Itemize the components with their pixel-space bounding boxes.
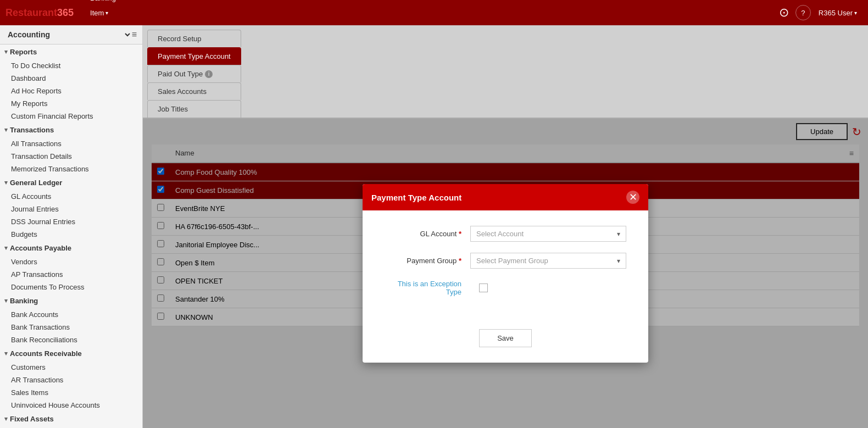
user-menu[interactable]: R365 User ▾ [813,5,863,20]
payment-group-placeholder: Select Payment Group [476,257,548,265]
nav-label-item: Item [90,9,104,17]
brand-name-part2: 365 [57,7,74,18]
sidebar-item-ar-transactions[interactable]: AR Transactions [0,374,142,386]
sidebar-section-transactions[interactable]: Transactions [0,123,142,137]
top-nav: Restaurant365 Vendor▾Account▾Customer▾Ba… [0,0,868,25]
nav-item-banking[interactable]: Banking▾ [85,0,137,5]
main-content: Record SetupPayment Type AccountPaid Out… [143,25,868,428]
tab-record-setup[interactable]: Record Setup [147,30,241,47]
module-selector[interactable]: Accounting [5,30,132,40]
modal-footer: Save [363,325,648,363]
tab-label-paid-out-type: Paid Out Type [158,70,203,78]
tab-label-job-titles: Job Titles [158,105,188,113]
sidebar-item-uninvoiced-house-accounts[interactable]: Uninvoiced House Accounts [0,399,142,412]
sidebar-item-documents-to-process[interactable]: Documents To Process [0,281,142,293]
modal-title: Payment Type Account [371,193,461,202]
content-area: Update ↻ Name ≡ Comp Food [143,119,868,428]
sidebar-item-dashboard[interactable]: Dashboard [0,72,142,85]
sidebar-item-ap-transactions[interactable]: AP Transactions [0,268,142,281]
sidebar-item-custom-financial-reports[interactable]: Custom Financial Reports [0,110,142,123]
sidebar-item-memorized-transactions[interactable]: Memorized Transactions [0,163,142,175]
user-menu-arrow: ▾ [854,10,857,16]
help-menu[interactable]: ? [795,5,811,20]
gl-account-placeholder: Select Account [476,230,524,238]
modal-dialog: Payment Type Account ✕ GL Account * Sele… [363,184,648,363]
tab-job-titles[interactable]: Job Titles [147,100,241,118]
sidebar-section-fixed-assets[interactable]: Fixed Assets [0,412,142,426]
sidebar-section-accounts-receivable[interactable]: Accounts Receivable [0,346,142,361]
modal-header: Payment Type Account ✕ [363,184,648,210]
sidebar-section-banking-section[interactable]: Banking [0,293,142,308]
payment-group-label: Payment Group * [385,257,461,265]
sidebar-item-sales-items[interactable]: Sales Items [0,386,142,399]
main-layout: Accounting ≡ ReportsTo Do ChecklistDashb… [0,25,868,428]
sidebar-item-bank-transactions[interactable]: Bank Transactions [0,321,142,333]
sidebar-header: Accounting ≡ [0,25,142,45]
gl-account-arrow: ▾ [617,230,620,238]
save-button[interactable]: Save [479,329,532,347]
payment-group-select[interactable]: Select Payment Group ▾ [470,253,626,269]
tab-paid-out-type[interactable]: Paid Out Typei [147,65,241,82]
exception-label: This is an Exception Type [385,280,461,296]
brand-name-part1: Restaurant [5,7,57,18]
sidebar-sections: ReportsTo Do ChecklistDashboardAd Hoc Re… [0,45,142,428]
sidebar-item-to-do-checklist[interactable]: To Do Checklist [0,59,142,72]
nav-arrow-item: ▾ [105,10,108,16]
payment-group-arrow: ▾ [617,257,620,265]
sidebar-item-gl-accounts[interactable]: GL Accounts [0,190,142,203]
sidebar-item-dss-journal-entries[interactable]: DSS Journal Entries [0,215,142,228]
sidebar-section-accounts-payable[interactable]: Accounts Payable [0,241,142,255]
tab-payment-type-account[interactable]: Payment Type Account [147,47,241,65]
sidebar-item-all-transactions[interactable]: All Transactions [0,137,142,150]
nav-arrow-banking: ▾ [118,0,120,1]
sidebar-menu-icon[interactable]: ≡ [132,30,137,40]
gl-required-marker: * [459,230,461,238]
sidebar-item-journal-entries[interactable]: Journal Entries [0,203,142,215]
tab-label-sales-accounts: Sales Accounts [158,87,207,96]
tab-sales-accounts[interactable]: Sales Accounts [147,82,241,100]
exception-checkbox[interactable] [479,284,488,292]
gl-account-row: GL Account * Select Account ▾ [385,226,626,242]
nav-right: ⊙ ? R365 User ▾ [775,3,863,22]
sidebar-item-my-reports[interactable]: My Reports [0,97,142,110]
gl-account-select[interactable]: Select Account ▾ [470,226,626,242]
nav-label-banking: Banking [90,0,116,2]
modal-close-button[interactable]: ✕ [626,191,639,204]
sidebar-item-ad-hoc-reports[interactable]: Ad Hoc Reports [0,85,142,97]
sidebar-item-customers[interactable]: Customers [0,361,142,374]
user-label: R365 User [819,9,853,17]
tabs-bar: Record SetupPayment Type AccountPaid Out… [143,25,868,119]
sidebar-item-budgets[interactable]: Budgets [0,228,142,241]
tabs-container: Record SetupPayment Type AccountPaid Out… [147,30,241,118]
sidebar-item-transaction-details[interactable]: Transaction Details [0,150,142,163]
payment-group-row: Payment Group * Select Payment Group ▾ [385,253,626,269]
sidebar: Accounting ≡ ReportsTo Do ChecklistDashb… [0,25,143,428]
sidebar-item-bank-reconciliations[interactable]: Bank Reconciliations [0,333,142,346]
tab-info-paid-out-type: i [205,70,213,78]
modal-body: GL Account * Select Account ▾ Paymen [363,210,648,325]
nav-item-item[interactable]: Item▾ [85,5,137,20]
sidebar-item-vendors[interactable]: Vendors [0,255,142,268]
tab-label-payment-type-account: Payment Type Account [158,52,231,60]
brand-logo[interactable]: Restaurant365 [5,7,74,19]
modal-overlay[interactable]: Payment Type Account ✕ GL Account * Sele… [143,119,868,428]
sidebar-section-reports[interactable]: Reports [0,45,142,59]
sidebar-section-general-ledger[interactable]: General Ledger [0,175,142,190]
exception-type-row: This is an Exception Type [385,280,626,296]
tab-label-record-setup: Record Setup [158,35,202,43]
signal-icon[interactable]: ⊙ [775,3,793,22]
payment-required-marker: * [459,257,461,265]
gl-account-label: GL Account * [385,230,461,238]
sidebar-item-bank-accounts[interactable]: Bank Accounts [0,308,142,321]
